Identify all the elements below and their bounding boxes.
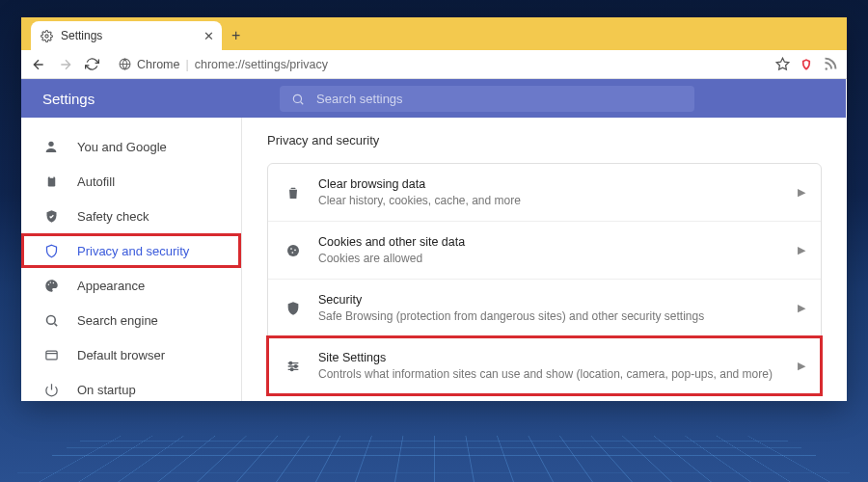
row-subtitle: Clear history, cookies, cache, and more	[318, 194, 782, 207]
gear-icon	[41, 30, 53, 42]
svg-point-12	[287, 245, 299, 256]
svg-point-15	[291, 252, 293, 254]
power-icon	[42, 383, 60, 397]
section-title: Privacy and security	[267, 133, 822, 147]
chevron-right-icon: ▶	[798, 302, 805, 314]
svg-point-18	[290, 368, 293, 371]
svg-point-17	[294, 364, 297, 367]
row-subtitle: Controls what information sites can use …	[318, 367, 782, 381]
shield-icon	[42, 244, 60, 258]
row-body: Security Safe Browsing (protection from …	[318, 293, 782, 323]
row-body: Cookies and other site data Cookies are …	[318, 235, 782, 265]
svg-point-14	[294, 249, 296, 251]
row-title: Clear browsing data	[318, 177, 782, 191]
sidebar-item-privacy-and-security[interactable]: Privacy and security	[21, 233, 241, 268]
search-placeholder: Search settings	[316, 92, 403, 106]
row-title: Cookies and other site data	[318, 235, 782, 249]
tab-settings[interactable]: Settings ✕	[31, 21, 222, 50]
svg-point-3	[293, 94, 301, 102]
shield-icon	[284, 301, 303, 316]
row-body: Clear browsing data Clear history, cooki…	[318, 177, 782, 207]
svg-point-10	[46, 315, 55, 324]
new-tab-button[interactable]: +	[231, 27, 240, 44]
separator: |	[185, 58, 188, 71]
sliders-icon	[284, 359, 303, 374]
cookie-icon	[284, 243, 303, 258]
sidebar-scroll[interactable]: You and Google Autofill Safety check	[21, 118, 241, 401]
window-icon	[42, 348, 60, 362]
row-title: Site Settings	[318, 351, 782, 364]
shield-check-icon	[42, 209, 60, 224]
svg-point-13	[290, 248, 292, 250]
toolbar: Chrome | chrome://settings/privacy	[21, 50, 847, 79]
svg-rect-11	[45, 351, 56, 360]
row-clear-browsing-data[interactable]: Clear browsing data Clear history, cooki…	[268, 164, 821, 222]
svg-point-8	[49, 281, 51, 283]
sidebar-item-label: Appearance	[77, 279, 145, 293]
sidebar-item-label: Default browser	[77, 348, 165, 362]
address-prefix: Chrome	[137, 58, 179, 71]
clipboard-icon	[42, 174, 60, 189]
sidebar-item-label: You and Google	[77, 140, 167, 154]
svg-rect-5	[47, 176, 55, 186]
svg-marker-2	[776, 58, 789, 69]
svg-point-7	[47, 283, 49, 285]
sidebar-item-label: Safety check	[77, 209, 149, 224]
tab-strip: Settings ✕ +	[21, 17, 847, 50]
svg-point-0	[45, 34, 48, 37]
sidebar-item-you-and-google[interactable]: You and Google	[21, 129, 241, 164]
row-body: Site Settings Controls what information …	[318, 351, 782, 381]
sidebar-item-safety-check[interactable]: Safety check	[21, 199, 241, 233]
page-title: Settings	[42, 91, 95, 107]
sidebar: Settings Search settings You and Google	[21, 79, 242, 401]
browser-window: Settings ✕ + Chrome | chrome://settings/…	[21, 17, 847, 401]
reload-button[interactable]	[85, 57, 99, 71]
back-button[interactable]	[31, 57, 46, 72]
sidebar-list: You and Google Autofill Safety check	[21, 118, 241, 401]
svg-point-16	[289, 362, 292, 364]
sidebar-item-search-engine[interactable]: Search engine	[21, 303, 241, 337]
chevron-right-icon: ▶	[798, 244, 805, 256]
row-subtitle: Cookies are allowed	[318, 252, 782, 265]
sidebar-item-default-browser[interactable]: Default browser	[21, 337, 241, 372]
globe-icon	[119, 58, 131, 70]
url-text: chrome://settings/privacy	[195, 58, 328, 71]
content-area: Settings Search settings You and Google	[21, 79, 847, 401]
sidebar-item-label: Search engine	[77, 313, 158, 328]
svg-rect-6	[49, 175, 53, 178]
search-icon	[42, 313, 60, 328]
settings-header: Settings Search settings	[21, 79, 846, 118]
sidebar-item-on-startup[interactable]: On startup	[21, 372, 241, 401]
chevron-right-icon: ▶	[798, 360, 805, 372]
address-bar[interactable]: Chrome | chrome://settings/privacy	[111, 53, 764, 76]
toolbar-right-icons	[775, 57, 837, 71]
search-icon	[291, 93, 305, 106]
chevron-right-icon: ▶	[798, 186, 805, 199]
bookmark-star-icon[interactable]	[775, 57, 790, 71]
palette-icon	[42, 279, 60, 293]
trash-icon	[284, 185, 303, 201]
row-subtitle: Safe Browsing (protection from dangerous…	[318, 309, 782, 323]
search-settings[interactable]: Search settings	[280, 86, 694, 112]
sidebar-item-appearance[interactable]: Appearance	[21, 268, 241, 303]
row-cookies[interactable]: Cookies and other site data Cookies are …	[268, 222, 821, 280]
settings-card: Clear browsing data Clear history, cooki…	[267, 163, 822, 395]
forward-button[interactable]	[58, 57, 73, 72]
close-icon[interactable]: ✕	[203, 29, 214, 43]
sidebar-item-label: Autofill	[77, 174, 115, 189]
sidebar-item-label: Privacy and security	[77, 244, 189, 258]
person-icon	[42, 139, 60, 154]
sidebar-item-autofill[interactable]: Autofill	[21, 164, 241, 199]
row-title: Security	[318, 293, 782, 307]
row-security[interactable]: Security Safe Browsing (protection from …	[268, 280, 821, 337]
tab-title: Settings	[61, 29, 102, 42]
rss-icon[interactable]	[823, 57, 837, 71]
svg-point-9	[52, 281, 54, 283]
main-panel: Privacy and security Clear browsing data…	[242, 79, 847, 401]
sidebar-item-label: On startup	[77, 383, 136, 397]
row-site-settings[interactable]: Site Settings Controls what information …	[268, 337, 821, 394]
brave-shield-icon[interactable]	[800, 58, 813, 71]
svg-point-4	[48, 142, 53, 147]
